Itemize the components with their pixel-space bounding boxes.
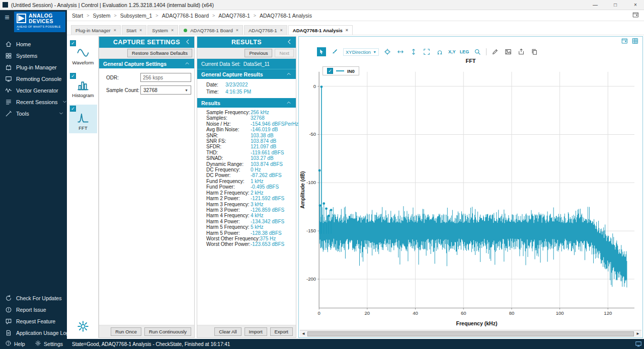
time-label: Time:	[206, 89, 225, 96]
general-capture-results-section-title: General Capture Results	[201, 71, 263, 77]
tab-close-icon[interactable]: ×	[171, 28, 174, 33]
tab-close-icon[interactable]: ×	[346, 28, 348, 33]
sidebar-item-application-usage-logging[interactable]: Application Usage Logging	[0, 327, 67, 338]
tab-close-icon[interactable]: ×	[114, 28, 116, 33]
odr-input[interactable]	[140, 73, 191, 82]
sidebar-item-settings[interactable]: Settings	[35, 340, 63, 347]
legend-checkbox[interactable]: ✓	[327, 68, 333, 74]
collapse-panel-icon[interactable]	[184, 38, 191, 45]
import-button[interactable]: Import	[245, 327, 267, 336]
sidebar-item-vector-generator[interactable]: Vector Generator	[0, 84, 67, 96]
sidebar-item-label: Plug-in Manager	[16, 64, 57, 70]
minimize-button[interactable]: —	[587, 0, 604, 10]
fft-plot[interactable]: 0-50-100-150-200020406080100120Frequency…	[299, 65, 642, 330]
tab-close-icon[interactable]: ×	[139, 28, 142, 33]
sidebar-item-help[interactable]: Help	[5, 340, 25, 347]
tab-close-icon[interactable]: ×	[280, 28, 283, 33]
collapse-panel-icon[interactable]	[286, 38, 293, 45]
sidebar-item-recent-sessions[interactable]: Recent Sessions	[0, 96, 67, 108]
result-label: Harm 3 Power:	[206, 207, 251, 213]
maximize-button[interactable]: □	[607, 0, 624, 10]
tool-waveform[interactable]: ✓Waveform	[69, 39, 97, 68]
restore-defaults-button[interactable]: Restore Software Defaults	[127, 49, 192, 57]
analysis-tool-strip: ✓Waveform✓Histogram✓FFT	[68, 36, 99, 338]
dock-panel-icon[interactable]	[632, 12, 639, 19]
annotate-icon[interactable]	[491, 47, 500, 56]
resize-grip-icon[interactable]	[635, 340, 642, 347]
fit-view-icon[interactable]	[422, 47, 431, 56]
pointer-tool-icon[interactable]	[317, 47, 326, 56]
chart-legend[interactable]: ✓ IN0	[323, 66, 359, 75]
breadcrumb-item-subsystem-1[interactable]: Subsystem_1	[120, 13, 152, 19]
next-dataset-button[interactable]: Next	[275, 49, 294, 57]
breadcrumb-item-system[interactable]: System	[93, 13, 110, 19]
run-once-button[interactable]: Run Once	[111, 327, 141, 336]
horizontal-pan-icon[interactable]	[396, 47, 405, 56]
breadcrumb-item-start[interactable]: Start	[72, 13, 83, 19]
sample-count-dropdown[interactable]: 32768 ▼	[140, 85, 191, 95]
close-button[interactable]: ×	[627, 0, 644, 10]
sidebar-item-home[interactable]: Home	[0, 38, 67, 50]
scrollbar-thumb[interactable]	[307, 331, 634, 336]
crosshair-tool-icon[interactable]	[383, 47, 392, 56]
breadcrumb-item-adaq7768-1-board[interactable]: ADAQ7768-1 Board	[162, 13, 209, 19]
result-label: Samples:	[206, 115, 251, 121]
histogram-checkbox[interactable]: ✓	[70, 73, 76, 79]
tab-close-icon[interactable]: ×	[236, 28, 238, 33]
sidebar-item-check-for-updates[interactable]: Check For Updates	[0, 292, 67, 304]
result-label: Harm 2 Power:	[206, 196, 251, 201]
run-continuously-button[interactable]: Run Continuously	[144, 327, 191, 336]
export-data-icon[interactable]	[517, 47, 526, 56]
svg-text:Amplitude (dB): Amplitude (dB)	[300, 171, 305, 209]
previous-dataset-button[interactable]: Previous	[245, 49, 272, 57]
tab-adaq7768-1[interactable]: ADAQ7768-1×	[244, 25, 287, 35]
chevron-down-icon	[58, 111, 64, 116]
results-section-title: Results	[201, 100, 220, 106]
xy-values-toggle[interactable]: X,Y	[448, 49, 456, 54]
sidebar-item-tools[interactable]: Tools	[0, 108, 67, 119]
chevron-up-icon[interactable]	[286, 100, 292, 107]
autoscale-icon[interactable]	[435, 47, 444, 56]
result-label: THD:	[206, 150, 251, 155]
hamburger-menu-icon[interactable]: ≡	[0, 10, 14, 22]
xy-direction-dropdown[interactable]: XYDirection▼	[343, 48, 379, 56]
breadcrumb-item-adaq7768-1-analysis[interactable]: ADAQ7768-1 Analysis	[260, 13, 312, 19]
save-image-icon[interactable]	[504, 47, 513, 56]
scroll-left-icon[interactable]: ◄	[300, 331, 307, 336]
dock-panel-icon[interactable]	[621, 38, 628, 46]
sidebar-item-plug-in-manager[interactable]: Plug-in Manager	[0, 61, 67, 73]
chart-plot-area[interactable]: 0-50-100-150-200020406080100120Frequency…	[299, 65, 642, 330]
chevron-up-icon[interactable]	[184, 60, 190, 67]
sidebar-item-request-feature[interactable]: Request Feature	[0, 315, 67, 327]
copy-plot-icon[interactable]	[530, 47, 539, 56]
chart-horizontal-scrollbar[interactable]: ◄ ►	[300, 330, 641, 337]
sidebar-item-systems[interactable]: Systems	[0, 50, 67, 61]
result-value: -121.592 dBFS	[251, 196, 284, 201]
tool-histogram[interactable]: ✓Histogram	[69, 72, 97, 101]
sidebar-item-report-issue[interactable]: Report Issue	[0, 304, 67, 315]
tab-adaq7768-1-analysis[interactable]: ADAQ7768-1 Analysis×	[288, 25, 353, 35]
tab-plug-in-manager[interactable]: Plug-in Manager×	[71, 25, 121, 35]
zoom-tool-icon[interactable]	[473, 47, 482, 56]
vertical-pan-icon[interactable]	[409, 47, 418, 56]
chevron-up-icon[interactable]	[286, 71, 292, 78]
analysis-settings-gear-icon[interactable]	[68, 316, 98, 338]
tab-system[interactable]: System×	[147, 25, 178, 35]
legend-toggle[interactable]: LEG	[460, 49, 469, 54]
fft-checkbox[interactable]: ✓	[70, 106, 76, 112]
tool-fft[interactable]: ✓FFT	[69, 105, 97, 133]
results-panel: RESULTS Previous Next Current Data Set: …	[197, 36, 296, 338]
tab-adaq7768-1-board[interactable]: ADAQ7768-1 Board×	[179, 25, 243, 35]
waveform-checkbox[interactable]: ✓	[70, 40, 76, 46]
brush-tool-icon[interactable]	[330, 47, 339, 56]
grid-view-icon[interactable]	[632, 38, 638, 46]
tab-start[interactable]: Start×	[122, 25, 146, 35]
chevron-down-icon: ▼	[185, 89, 188, 92]
sidebar-item-remoting-console[interactable]: Remoting Console	[0, 73, 67, 84]
scroll-right-icon[interactable]: ►	[634, 331, 641, 336]
clear-all-button[interactable]: Clear All	[214, 327, 241, 336]
export-button[interactable]: Export	[270, 327, 293, 336]
result-label: Harm 3 Frequency:	[206, 202, 251, 207]
breadcrumb-item-adaq7768-1[interactable]: ADAQ7768-1	[218, 13, 250, 19]
result-value: -126.859 dBFS	[251, 207, 284, 213]
